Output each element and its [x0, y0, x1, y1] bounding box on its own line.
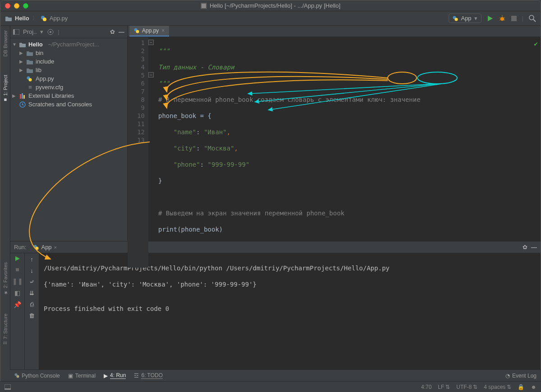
todo-tab[interactable]: ☲6: TODO [134, 372, 163, 379]
svg-point-18 [50, 31, 51, 33]
structure-tab[interactable]: ⠿7: Structure [2, 314, 8, 345]
print-icon[interactable]: ⎙ [30, 301, 34, 308]
svg-point-20 [29, 78, 32, 81]
editor-tab-app[interactable]: App.py × [129, 26, 169, 36]
play-icon: ▶ [104, 373, 108, 379]
search-icon[interactable] [529, 15, 536, 22]
svg-point-33 [17, 375, 19, 378]
code-area[interactable]: ✔ 1234 5678 910111213 − − """ Тип данных… [128, 37, 541, 268]
run-tab[interactable]: App × [30, 243, 60, 251]
python-icon [14, 373, 19, 378]
divider-icon: | [58, 28, 59, 35]
project-view-icon [13, 29, 19, 35]
python-icon [33, 245, 39, 250]
svg-rect-16 [13, 29, 15, 35]
wrap-icon[interactable]: ⤶ [29, 278, 34, 285]
minimize-window-icon[interactable] [14, 3, 19, 9]
bottom-tool-tabs: Python Console ▣Terminal ▶4: Run ☲6: TOD… [10, 369, 541, 381]
folder-icon [5, 15, 12, 22]
layout-icon[interactable]: ◧ [14, 289, 20, 296]
window-title: Hello [~/PycharmProjects/Hello] - .../Ap… [201, 2, 340, 9]
window-controls [5, 3, 28, 9]
cursor-position[interactable]: 4:70 [421, 384, 431, 390]
console-exit: Process finished with exit code 0 [44, 305, 536, 313]
tree-root[interactable]: ▼ Hello ~/PycharmProject... [10, 40, 127, 49]
svg-point-3 [43, 18, 46, 21]
project-tool-tab[interactable]: ■1: Project [3, 75, 8, 103]
run-tab-bottom[interactable]: ▶4: Run [104, 372, 126, 379]
event-log-tab[interactable]: ◔Event Log [505, 373, 536, 379]
python-console-tab[interactable]: Python Console [14, 373, 60, 379]
project-tree: ▼ Hello ~/PycharmProject... ▶bin ▶includ… [10, 38, 127, 110]
pause-icon[interactable]: ❚❚ [12, 278, 23, 285]
tree-folder-lib[interactable]: ▶lib [10, 66, 127, 74]
svg-point-6 [500, 17, 504, 21]
pin-icon[interactable]: 📌 [14, 301, 21, 308]
python-icon [134, 28, 139, 33]
stop-button[interactable] [511, 16, 517, 21]
code-content[interactable]: """ Тип данных - Словари """ # В перемен… [148, 37, 541, 268]
titlebar: Hello [~/PycharmProjects/Hello] - .../Ap… [0, 0, 541, 11]
tool-window-quick-access-icon[interactable] [5, 384, 11, 390]
terminal-tab[interactable]: ▣Terminal [68, 373, 96, 379]
project-panel: Proj..▾ | ✿ — ▼ Hello ~/PycharmProject..… [10, 26, 128, 241]
db-browser-tab[interactable]: DB Browser [3, 30, 8, 57]
tree-folder-bin[interactable]: ▶bin [10, 49, 127, 57]
indent-config[interactable]: 4 spaces⇅ [484, 384, 511, 390]
svg-point-31 [36, 246, 39, 250]
tree-folder-include[interactable]: ▶include [10, 57, 127, 66]
editor-tab-label: App.py [142, 27, 159, 34]
scroll-icon[interactable]: ⇊ [29, 290, 34, 296]
breadcrumb: Hello 〉 App.py [5, 14, 68, 23]
line-separator[interactable]: LF⇅ [438, 384, 450, 390]
line-gutter: 1234 5678 910111213 [128, 37, 148, 268]
svg-rect-23 [23, 95, 25, 99]
close-window-icon[interactable] [5, 3, 10, 9]
file-encoding[interactable]: UTF-8⇅ [456, 384, 477, 390]
panel-title[interactable]: Proj.. [23, 28, 37, 35]
editor-tabbar: App.py × [128, 26, 541, 37]
debug-button[interactable] [499, 15, 506, 22]
close-icon[interactable]: × [161, 27, 165, 34]
app-icon [201, 3, 207, 9]
collapse-icon[interactable] [47, 28, 54, 36]
stop-icon[interactable]: ■ [15, 266, 19, 273]
tree-file-cfg[interactable]: ≡pyvenv.cfg [10, 83, 127, 91]
rerun-icon[interactable] [15, 256, 20, 261]
inspector-icon[interactable]: ☻ [531, 384, 536, 390]
tree-scratches[interactable]: Scratches and Consoles [10, 100, 127, 109]
run-toolbar-right: ↑ ↓ ⤶ ⇊ ⎙ 🗑 [25, 253, 39, 381]
hide-panel-icon[interactable]: — [119, 28, 124, 35]
run-button[interactable] [487, 15, 493, 22]
console-stdout: {'name': 'Иван', 'city': 'Москва', 'phon… [44, 280, 536, 288]
terminal-icon: ▣ [68, 373, 73, 379]
left-tool-strip: DB Browser ■1: Project ★2: Favorites ⠿7:… [0, 26, 10, 381]
breadcrumb-project[interactable]: Hello [15, 15, 29, 22]
maximize-window-icon[interactable] [23, 3, 28, 9]
console-output[interactable]: /Users/dmitriy/PycharmProjects/Hello/bin… [39, 253, 541, 381]
chevron-down-icon: ▾ [474, 15, 477, 22]
tree-external[interactable]: ▶External Libraries [10, 91, 127, 100]
trash-icon[interactable]: 🗑 [29, 312, 35, 319]
down-icon[interactable]: ↓ [30, 267, 33, 274]
tree-file-app[interactable]: App.py [10, 74, 127, 83]
up-icon[interactable]: ↑ [30, 256, 33, 263]
run-config-selector[interactable]: App ▾ [449, 14, 481, 23]
svg-rect-21 [20, 94, 21, 99]
gear-icon[interactable]: ✿ [110, 28, 115, 35]
python-icon [453, 16, 458, 21]
svg-line-14 [533, 19, 536, 22]
svg-rect-35 [5, 388, 11, 390]
list-icon: ☲ [134, 373, 139, 379]
breadcrumb-file[interactable]: App.py [50, 15, 68, 22]
navigation-bar: Hello 〉 App.py App ▾ | [0, 11, 541, 26]
close-icon[interactable]: × [54, 245, 57, 250]
favorites-tab[interactable]: ★2: Favorites [2, 262, 8, 296]
run-toolbar-left: ■ ❚❚ ◧ 📌 [10, 253, 25, 381]
editor: App.py × ✔ 1234 5678 910111213 − − [128, 26, 541, 241]
svg-rect-22 [22, 93, 23, 99]
svg-point-29 [136, 30, 139, 33]
lock-icon[interactable]: 🔒 [518, 384, 524, 390]
run-panel-label: Run: [14, 244, 26, 251]
svg-point-13 [529, 15, 534, 20]
